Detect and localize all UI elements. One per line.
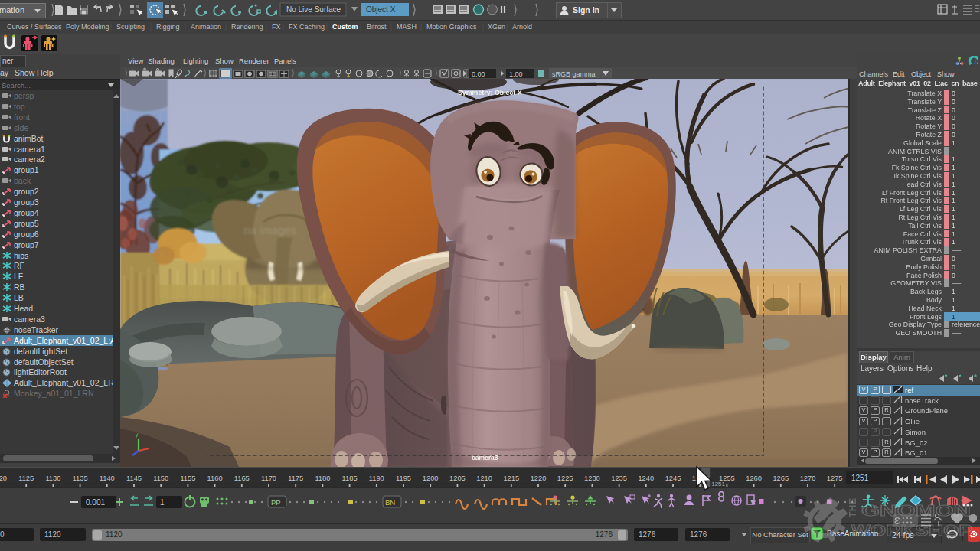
svg-text:na images: na images xyxy=(243,223,296,236)
svg-text:1140: 1140 xyxy=(100,474,115,482)
svg-text:1235: 1235 xyxy=(611,474,627,482)
svg-text:1200: 1200 xyxy=(423,474,439,482)
svg-text:camera3: camera3 xyxy=(472,454,498,461)
svg-text:1245: 1245 xyxy=(665,474,681,482)
svg-text:1160: 1160 xyxy=(207,474,223,482)
svg-text:1260: 1260 xyxy=(746,474,762,482)
svg-text:1240: 1240 xyxy=(638,474,654,482)
svg-text:1205: 1205 xyxy=(449,474,466,482)
svg-text:1220: 1220 xyxy=(531,474,547,482)
svg-text:0.00: 0.00 xyxy=(472,70,485,78)
svg-text:1175: 1175 xyxy=(288,474,303,482)
svg-text:1251: 1251 xyxy=(851,474,869,482)
svg-text:1170: 1170 xyxy=(261,474,276,482)
svg-text:1180: 1180 xyxy=(315,474,330,482)
svg-text:1120: 1120 xyxy=(0,474,7,482)
svg-text:1185: 1185 xyxy=(342,474,358,482)
svg-text:1215: 1215 xyxy=(503,474,519,482)
svg-text:1210: 1210 xyxy=(476,474,492,482)
svg-text:1270: 1270 xyxy=(800,474,816,482)
svg-text:sRGB gamma: sRGB gamma xyxy=(552,70,596,78)
svg-text:Ɛ: Ɛ xyxy=(894,515,900,527)
svg-text:1275: 1275 xyxy=(827,474,843,482)
svg-text:1265: 1265 xyxy=(773,474,789,482)
svg-text:y: y xyxy=(136,432,139,438)
svg-text:1230: 1230 xyxy=(584,474,600,482)
svg-text:1145: 1145 xyxy=(126,474,142,482)
svg-text:1135: 1135 xyxy=(73,474,88,482)
svg-text:Symmetry: Object X: Symmetry: Object X xyxy=(458,89,522,96)
svg-text:BN: BN xyxy=(385,498,395,507)
svg-text:1195: 1195 xyxy=(396,474,411,482)
svg-text:1190: 1190 xyxy=(369,474,384,482)
svg-text:1.00: 1.00 xyxy=(509,70,523,78)
svg-text:1130: 1130 xyxy=(45,474,60,482)
svg-text:No Live Surface: No Live Surface xyxy=(286,5,341,14)
svg-text:THE: THE xyxy=(848,498,858,518)
svg-text:0.001: 0.001 xyxy=(86,498,105,507)
svg-text:1165: 1165 xyxy=(234,474,250,482)
svg-text:1155: 1155 xyxy=(180,474,195,482)
svg-text:1150: 1150 xyxy=(153,474,168,482)
svg-text:PP: PP xyxy=(271,498,281,507)
svg-text:1225: 1225 xyxy=(557,474,573,482)
svg-text:1125: 1125 xyxy=(18,474,34,482)
svg-text:Object X: Object X xyxy=(366,5,396,14)
svg-text:1: 1 xyxy=(160,498,165,507)
